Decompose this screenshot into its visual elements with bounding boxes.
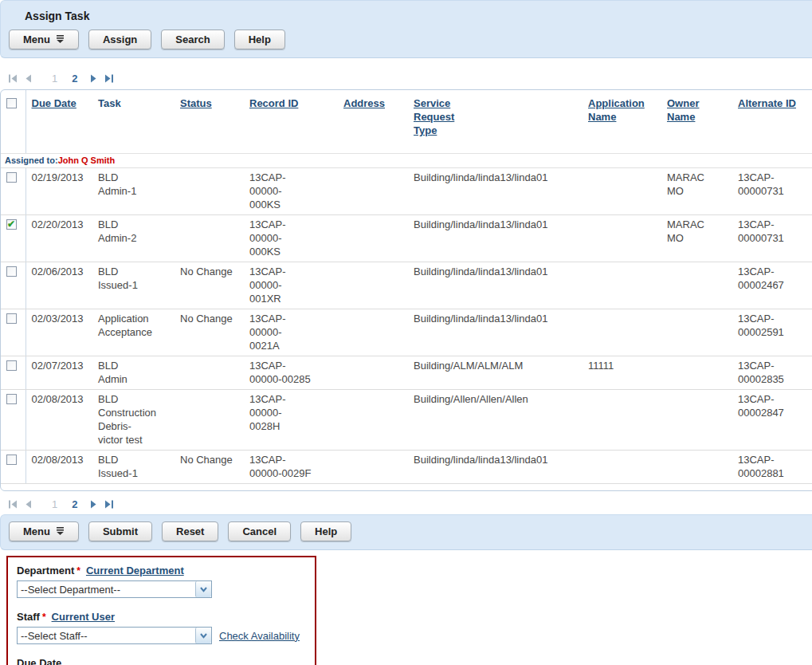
task-table: ✔ Due Date Task Status Record ID Address… (1, 90, 812, 484)
reset-button[interactable]: Reset (162, 521, 218, 541)
table-row: ✔ 02/08/2013 BLD Construction Debris-vic… (1, 390, 812, 451)
green-checkmark-icon: ✔ (7, 218, 15, 231)
chevron-down-icon (195, 581, 211, 597)
cell-application-name (583, 168, 661, 215)
staff-select[interactable]: --Select Staff-- (17, 627, 212, 644)
column-address[interactable]: Address (343, 96, 385, 110)
cell-owner-name (661, 390, 732, 451)
required-marker: * (42, 612, 46, 623)
department-select-value: --Select Department-- (18, 584, 120, 596)
staff-label: Staff (17, 611, 40, 623)
check-availability-link[interactable]: Check Availability (219, 630, 300, 642)
row-checkbox[interactable]: ✔ (6, 360, 17, 371)
cell-status (175, 356, 244, 390)
help-button[interactable]: Help (234, 30, 285, 49)
pagination-top: 1 2 (8, 72, 812, 85)
cell-service-request-type: Building/linda/linda13/linda01 (408, 451, 583, 484)
page-number-2[interactable]: 2 (72, 498, 77, 510)
cell-record-id: 13CAP-00000-001XR (244, 262, 338, 309)
table-row: ✔ 02/19/2013 BLD Admin-1 13CAP-00000-000… (1, 168, 812, 215)
cell-record-id: 13CAP-00000-0029F (244, 451, 338, 484)
action-toolbar: Menu Submit Reset Cancel Help (9, 521, 810, 541)
help-button[interactable]: Help (300, 521, 351, 541)
pagination-bottom: 1 2 (8, 498, 812, 510)
select-all-checkbox[interactable]: ✔ (6, 98, 17, 108)
menu-button-label: Menu (23, 33, 50, 45)
search-button[interactable]: Search (161, 30, 224, 49)
cell-record-id: 13CAP-00000-00285 (244, 356, 338, 390)
action-toolbar-panel: Menu Submit Reset Cancel Help (0, 514, 812, 550)
cell-owner-name: MARAC MO (661, 168, 732, 215)
last-page-icon[interactable] (104, 500, 114, 509)
next-page-icon[interactable] (90, 500, 97, 509)
column-record-id[interactable]: Record ID (249, 96, 298, 110)
first-page-icon (8, 500, 18, 509)
current-department-link[interactable]: Current Department (86, 565, 184, 576)
cell-application-name (583, 309, 661, 356)
row-checkbox[interactable]: ✔ (6, 313, 17, 324)
submit-button[interactable]: Submit (88, 521, 152, 541)
assign-task-panel: Assign Task Menu Assign Search Help (0, 0, 812, 58)
cell-address (338, 356, 408, 390)
cell-application-name (583, 451, 661, 484)
table-header-row: ✔ Due Date Task Status Record ID Address… (1, 90, 812, 154)
cell-task: BLD Construction Debris-victor test (92, 390, 175, 451)
column-due-date[interactable]: Due Date (32, 96, 76, 110)
table-row: ✔ 02/07/2013 BLD Admin 13CAP-00000-00285… (1, 356, 812, 390)
menu-button[interactable]: Menu (9, 30, 79, 49)
cell-owner-name (661, 451, 732, 484)
page-title: Assign Task (25, 10, 810, 22)
chevron-down-icon (195, 628, 211, 643)
cell-due-date: 02/20/2013 (25, 215, 92, 262)
column-alternate-id[interactable]: Alternate ID (738, 96, 796, 110)
page-number-2[interactable]: 2 (72, 73, 77, 85)
cell-alternate-id: 13CAP-00002591 (732, 309, 812, 356)
cell-application-name (583, 262, 661, 309)
due-date-label: Due Date (17, 657, 61, 665)
row-checkbox[interactable]: ✔ (6, 266, 17, 277)
task-table-clip: ✔ Due Date Task Status Record ID Address… (0, 89, 812, 491)
cell-address (338, 309, 408, 356)
cell-due-date: 02/19/2013 (25, 168, 92, 215)
row-checkbox[interactable]: ✔ (6, 219, 17, 230)
table-row: ✔ 02/06/2013 BLD Issued-1 No Change 13CA… (1, 262, 812, 309)
cell-due-date: 02/07/2013 (25, 356, 92, 390)
menu-caret-down-icon (56, 525, 65, 537)
cell-record-id: 13CAP-00000-000KS (244, 215, 338, 262)
department-select[interactable]: --Select Department-- (17, 580, 212, 598)
cell-status (175, 168, 244, 215)
row-checkbox[interactable]: ✔ (6, 394, 17, 404)
menu-button[interactable]: Menu (9, 521, 79, 541)
cell-status: No Change (175, 262, 244, 309)
column-status[interactable]: Status (180, 96, 212, 110)
department-label: Department (17, 565, 74, 576)
current-user-link[interactable]: Current User (52, 611, 115, 623)
cell-application-name (583, 390, 661, 451)
table-row: ✔ 02/20/2013 BLD Admin-2 13CAP-00000-000… (1, 215, 812, 262)
cell-alternate-id: 13CAP-00000731 (732, 215, 812, 262)
table-row: ✔ 02/08/2013 BLD Issued-1 No Change 13CA… (1, 451, 812, 484)
last-page-icon[interactable] (104, 74, 114, 83)
prev-page-icon (25, 74, 32, 83)
cell-service-request-type: Building/Allen/Allen/Allen (408, 390, 583, 451)
row-checkbox[interactable]: ✔ (6, 454, 17, 465)
cancel-button[interactable]: Cancel (228, 521, 291, 541)
next-page-icon[interactable] (90, 74, 97, 83)
cell-application-name (583, 215, 661, 262)
table-row: ✔ 02/03/2013 Application Acceptance No C… (1, 309, 812, 356)
assign-button[interactable]: Assign (88, 30, 151, 49)
column-service-request-type[interactable]: Service Request Type (414, 96, 476, 137)
column-application-name[interactable]: Application Name (588, 96, 655, 124)
row-checkbox[interactable]: ✔ (6, 172, 17, 183)
department-field: Department*Current Department --Select D… (17, 565, 307, 598)
cell-alternate-id: 13CAP-00002847 (732, 390, 812, 451)
staff-field: Staff*Current User --Select Staff-- Chec… (17, 611, 307, 644)
cell-record-id: 13CAP-00000-0021A (244, 309, 338, 356)
cell-status: No Change (175, 309, 244, 356)
column-owner-name[interactable]: Owner Name (667, 96, 715, 124)
cell-record-id: 13CAP-00000-0028H (244, 390, 338, 451)
page-number-1: 1 (52, 498, 57, 510)
cell-due-date: 02/08/2013 (25, 451, 92, 484)
cell-task: BLD Admin-2 (92, 215, 175, 262)
task-rows: ✔ 02/19/2013 BLD Admin-1 13CAP-00000-000… (1, 168, 812, 484)
